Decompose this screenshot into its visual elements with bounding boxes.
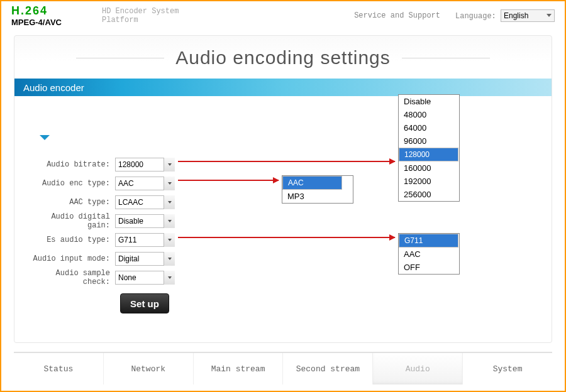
title-rule-left: [76, 58, 164, 58]
dropdown-enc-type-options[interactable]: AAC MP3: [282, 175, 353, 204]
label-es-audio-type: Es audio type:: [27, 236, 115, 244]
dropdown-es-type-options[interactable]: G711 AAC OFF: [398, 233, 460, 275]
tab-status[interactable]: Status: [14, 353, 104, 384]
logo-standard: MPEG-4/AVC: [11, 18, 87, 27]
bottom-tabs: Status Network Main stream Second stream…: [14, 352, 552, 384]
tab-network[interactable]: Network: [104, 353, 194, 384]
section-header-caret-icon: [40, 135, 50, 140]
option-es-aac[interactable]: AAC: [399, 248, 459, 261]
label-aac-type: AAC type:: [27, 198, 115, 207]
label-audio-enc-type: Audio enc type:: [27, 179, 115, 188]
language-label: Language:: [455, 12, 496, 21]
tab-audio[interactable]: Audio: [373, 353, 463, 384]
label-audio-digital-gain: Audio digital gain:: [27, 212, 115, 230]
section-header: Audio encoder: [14, 79, 552, 96]
service-support-link[interactable]: Service and Support: [354, 11, 440, 20]
annotation-arrow-es-type: [178, 237, 395, 238]
select-aac-type[interactable]: [115, 195, 175, 209]
tab-system[interactable]: System: [463, 353, 552, 384]
select-audio-digital-gain[interactable]: [115, 214, 175, 228]
content-panel: Audio encoding settings Audio encoder Au…: [14, 35, 552, 343]
tab-second-stream[interactable]: Second stream: [283, 353, 373, 384]
option-enc-mp3[interactable]: MP3: [282, 190, 353, 203]
logo-codec: H.264: [11, 4, 87, 18]
select-audio-input-mode[interactable]: [115, 252, 175, 266]
option-bitrate-256000[interactable]: 256000: [399, 188, 459, 201]
option-bitrate-48000[interactable]: 48000: [399, 108, 459, 121]
header: H.264 MPEG-4/AVC HD Encoder System Platf…: [1, 1, 565, 30]
select-audio-enc-type[interactable]: [115, 177, 175, 190]
option-es-off[interactable]: OFF: [399, 261, 459, 274]
option-bitrate-128000[interactable]: 128000: [399, 148, 458, 161]
annotation-arrow-enc-type: [178, 180, 279, 181]
option-bitrate-160000[interactable]: 160000: [399, 161, 459, 175]
audio-encoder-form: Audio bitrate: Audio enc type: AAC type:…: [27, 155, 175, 313]
label-audio-bitrate: Audio bitrate:: [27, 160, 115, 169]
setup-button[interactable]: Set up: [120, 293, 169, 313]
option-bitrate-disable[interactable]: Disable: [399, 95, 459, 108]
option-enc-aac[interactable]: AAC: [282, 176, 342, 190]
option-bitrate-96000[interactable]: 96000: [399, 134, 459, 148]
option-es-g711[interactable]: G711: [399, 234, 458, 248]
product-name: HD Encoder System Platform: [102, 7, 179, 25]
select-audio-bitrate[interactable]: [115, 158, 175, 172]
dropdown-bitrate-options[interactable]: Disable 48000 64000 96000 128000 160000 …: [398, 94, 460, 202]
tab-main-stream[interactable]: Main stream: [194, 353, 284, 384]
logo: H.264 MPEG-4/AVC: [11, 4, 87, 27]
title-rule-right: [402, 58, 490, 58]
language-select[interactable]: English: [501, 9, 555, 22]
annotation-arrow-bitrate: [178, 161, 395, 162]
select-audio-sample-check[interactable]: [115, 271, 175, 285]
option-bitrate-192000[interactable]: 192000: [399, 175, 459, 188]
label-audio-input-mode: Audio input mode:: [27, 254, 115, 263]
page-title: Audio encoding settings: [175, 47, 391, 68]
label-audio-sample-check: Audio sample check:: [27, 269, 115, 286]
select-es-audio-type[interactable]: [115, 233, 175, 247]
option-bitrate-64000[interactable]: 64000: [399, 121, 459, 134]
